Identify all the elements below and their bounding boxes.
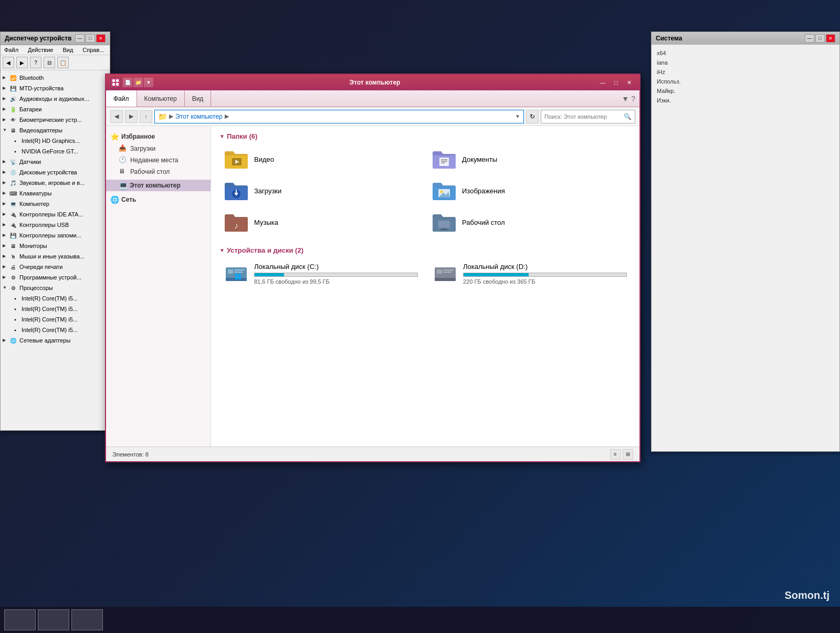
drives-grid: Локальный диск (C:) 81,6 ГБ свободно из … [219,260,631,288]
taskbar-thumb-3[interactable] [71,609,103,630]
device-item-biometric[interactable]: ▶ 👁 Биометрические устр... [1,115,110,125]
device-item-video-adapters[interactable]: ▼ 🖥 Видеоадаптеры [1,125,110,136]
watermark-text: Somon.tj [784,589,830,601]
refresh-button[interactable]: ↻ [526,110,539,123]
device-item-mice[interactable]: ▶ 🖱 Мыши и иные указыва... [1,251,110,262]
device-item-usb[interactable]: ▶ 🔌 Контроллеры USB [1,220,110,230]
sidebar-item-recent[interactable]: 🕐 Недавние места [106,154,211,166]
svg-rect-28 [238,277,241,279]
system-window-controls: — □ ✕ [805,34,835,43]
folders-collapse-icon[interactable]: ▼ [219,133,225,139]
ribbon-help-btn[interactable]: ? [631,95,635,103]
forward-button[interactable]: ▶ [125,110,138,123]
device-item-sensors[interactable]: ▶ 📡 Датчики [1,157,110,167]
svg-rect-27 [235,277,238,279]
search-icon[interactable]: 🔍 [624,113,632,120]
sidebar-header-network[interactable]: 🌐 Сеть [106,193,211,206]
device-manager-minimize-btn[interactable]: — [75,34,85,43]
folder-item-downloads[interactable]: Загрузки [219,177,423,204]
taskbar-thumb-1[interactable] [4,609,36,630]
system-close-btn[interactable]: ✕ [826,34,835,43]
device-item-processors[interactable]: ▼ ⚙ Процессоры [1,283,110,293]
toolbar-btn-3[interactable]: ? [30,57,41,68]
taskbar-thumb-2[interactable] [38,609,69,630]
menu-help[interactable]: Справ... [81,46,106,54]
view-tiles-btn[interactable]: ⊞ [623,449,633,460]
system-line-2: iana [657,59,834,66]
folder-item-desktop[interactable]: Рабочий стол [427,209,631,236]
ribbon-tab-file[interactable]: Файл [106,90,137,107]
device-item-disk-devices[interactable]: ▶ 💿 Дисковые устройства [1,167,110,178]
address-bar[interactable]: 📁 ▶ Этот компьютер ▶ ▼ [154,110,524,123]
sidebar-item-downloads[interactable]: 📥 Загрузки [106,143,211,154]
device-item-intel-gpu[interactable]: ▪ Intel(R) HD Graphics... [1,136,110,146]
device-item-battery[interactable]: ▶ 🔋 Батареи [1,104,110,115]
sidebar-header-favorites[interactable]: ⭐ Избранное [106,130,211,143]
device-item-keyboards[interactable]: ▶ ⌨ Клавиатуры [1,188,110,199]
toolbar-btn-1[interactable]: ◀ [3,57,14,68]
sensors-icon: 📡 [9,158,17,166]
device-item-cpu-1[interactable]: ▪ Intel(R) Core(TM) i5... [1,304,110,314]
folder-item-docs[interactable]: Документы [427,146,631,173]
drive-item-d[interactable]: Локальный диск (D:) 220 ГБ свободно из 3… [428,260,631,288]
device-item-cpu-2[interactable]: ▪ Intel(R) Core(TM) i5... [1,314,110,325]
device-item-computer[interactable]: ▶ 💻 Компьютер [1,199,110,209]
menu-action[interactable]: Действие [26,46,55,54]
svg-rect-31 [437,269,442,274]
device-label: Контроллеры USB [19,222,69,228]
explorer-maximize-btn[interactable]: □ [610,77,622,88]
explorer-close-btn[interactable]: ✕ [623,77,635,88]
drive-item-c[interactable]: Локальный диск (C:) 81,6 ГБ свободно из … [219,260,422,288]
quick-access-icon-1[interactable] [110,77,121,88]
back-button[interactable]: ◀ [110,110,123,123]
toolbar-mini-btn-3[interactable]: ▼ [144,78,153,87]
expand-icon: ▶ [3,275,8,280]
search-input[interactable] [544,113,622,120]
device-item-mtd[interactable]: ▶ 💾 MTD-устройства [1,83,110,94]
device-item-cpu-3[interactable]: ▪ Intel(R) Core(TM) i5... [1,325,110,335]
ribbon-collapse-btn[interactable]: ▼ [622,95,629,103]
view-list-btn[interactable]: ≡ [610,449,621,460]
ribbon-tab-computer[interactable]: Компьютер [137,90,185,107]
explorer-minimize-btn[interactable]: — [596,77,609,88]
toolbar-btn-5[interactable]: 📋 [57,57,69,68]
system-maximize-btn[interactable]: □ [815,34,825,43]
device-item-storage[interactable]: ▶ 💾 Контроллеры запоми... [1,230,110,241]
sidebar-item-desktop[interactable]: 🖥 Рабочий стол [106,166,211,178]
expand-icon: ▶ [3,243,8,248]
svg-rect-22 [228,269,233,274]
device-manager-maximize-btn[interactable]: □ [86,34,95,43]
toolbar-btn-2[interactable]: ▶ [16,57,28,68]
device-item-ide[interactable]: ▶ 🔌 Контроллеры IDE ATA... [1,209,110,220]
device-item-network[interactable]: ▶ 🌐 Сетевые адаптеры [1,335,110,346]
device-item-software-devices[interactable]: ▶ ⚙ Программные устрой... [1,272,110,283]
device-item-bluetooth[interactable]: ▶ 📶 Bluetooth [1,72,110,83]
address-part-main[interactable]: Этот компьютер [175,113,223,120]
mice-icon: 🖱 [9,252,17,261]
system-minimize-btn[interactable]: — [805,34,814,43]
folder-item-video[interactable]: Видео [219,146,423,173]
expand-icon: ▶ [3,86,8,91]
device-item-audio[interactable]: ▶ 🔊 Аудиовходы и аудиовых... [1,94,110,104]
toolbar-mini-btn-2[interactable]: 📁 [133,78,143,87]
device-manager-close-btn[interactable]: ✕ [96,34,106,43]
device-item-monitors[interactable]: ▶ 🖥 Мониторы [1,241,110,251]
device-item-nvidia-gpu[interactable]: ▪ NVIDIA GeForce GT... [1,146,110,157]
sidebar-header-thispc[interactable]: 💻 Этот компьютер [106,180,211,191]
toolbar-mini-btn-1[interactable]: 📄 [123,78,132,87]
folder-item-music[interactable]: ♪ Музыка [219,209,423,236]
device-item-cpu-0[interactable]: ▪ Intel(R) Core(TM) i5... [1,293,110,304]
device-item-print-queues[interactable]: ▶ 🖨 Очереди печати [1,262,110,272]
menu-view[interactable]: Вид [61,46,75,54]
folder-item-images[interactable]: Изображения [427,177,631,204]
toolbar-btn-4[interactable]: ⊟ [44,57,55,68]
up-button[interactable]: ↑ [140,110,152,123]
expand-icon: ▶ [3,338,8,343]
menu-file[interactable]: Файл [3,46,20,54]
explorer-title-left-icons: 📄 📁 ▼ [110,77,153,88]
drives-collapse-icon[interactable]: ▼ [219,247,225,253]
ribbon-tab-view[interactable]: Вид [185,90,212,107]
device-label: Intel(R) Core(TM) i5... [22,327,78,333]
address-dropdown-btn[interactable]: ▼ [515,113,520,119]
device-item-sound[interactable]: ▶ 🎵 Звуковые, игровые и в... [1,178,110,188]
